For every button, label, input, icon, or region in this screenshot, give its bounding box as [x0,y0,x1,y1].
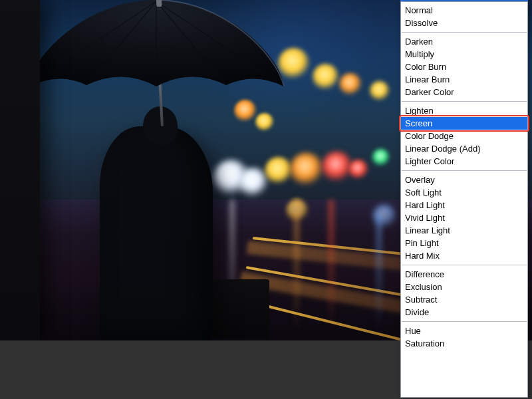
blend-mode-option[interactable]: Lighten [401,104,527,117]
blend-mode-option[interactable]: Multiply [401,48,527,61]
blend-mode-option[interactable]: Difference [401,268,527,281]
blend-mode-option[interactable]: Linear Burn [401,73,527,86]
blend-mode-option[interactable]: Lighter Color [401,155,527,168]
blend-mode-option[interactable]: Dissolve [401,17,527,29]
menu-separator [402,170,527,171]
blend-mode-option[interactable]: Darken [401,35,527,48]
umbrella-canopy [23,0,289,120]
blend-mode-option[interactable]: Pin Light [401,237,527,249]
blend-mode-menu[interactable]: NormalDissolveDarkenMultiplyColor BurnLi… [400,1,528,398]
umbrella-tip [156,0,162,7]
blend-mode-option[interactable]: Saturation [401,337,527,350]
left-wall [0,0,40,340]
foreground-block [213,279,269,339]
blend-mode-option[interactable]: Hard Mix [401,249,527,262]
blend-mode-option[interactable]: Color Dodge [401,130,527,142]
blend-mode-option[interactable]: Color Burn [401,61,527,73]
blend-mode-option[interactable]: Vivid Light [401,211,527,224]
blend-mode-option[interactable]: Linear Light [401,224,527,237]
blend-mode-option[interactable]: Linear Dodge (Add) [401,142,527,155]
blend-mode-option[interactable]: Hue [401,325,527,337]
menu-separator [402,265,527,265]
light-reflection [376,213,382,332]
blend-mode-option[interactable]: Darker Color [401,86,527,98]
blend-mode-option[interactable]: Soft Light [401,186,527,199]
bokeh-light [265,157,293,185]
menu-separator [402,321,527,322]
bokeh-light [322,152,352,182]
bokeh-light [313,64,339,90]
bokeh-light [290,153,323,186]
blend-mode-option[interactable]: Exclusion [401,281,527,293]
blend-mode-option[interactable]: Screen [401,117,527,130]
bokeh-light [348,160,368,180]
light-reflection [329,200,334,332]
menu-separator [402,101,527,102]
bokeh-light [370,81,390,101]
light-reflection [294,200,299,332]
bokeh-light [372,149,390,166]
blend-mode-option[interactable]: Normal [401,4,527,17]
menu-separator [402,32,527,33]
blend-mode-option[interactable]: Overlay [401,174,527,186]
bokeh-light [339,73,362,96]
app-stage: NormalDissolveDarkenMultiplyColor BurnLi… [0,0,532,399]
blend-mode-option[interactable]: Divide [401,306,527,319]
blend-mode-option[interactable]: Subtract [401,293,527,306]
person-silhouette [100,126,213,340]
blend-mode-option[interactable]: Hard Light [401,199,527,211]
